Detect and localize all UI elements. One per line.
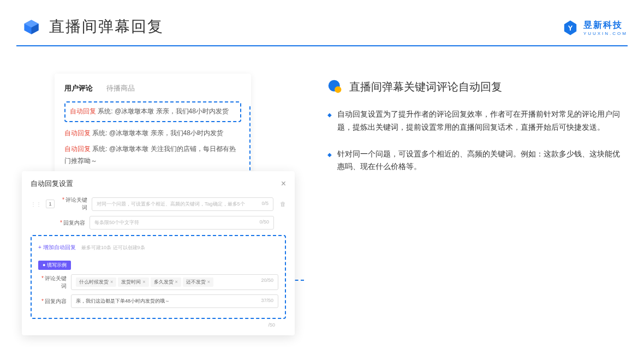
keyword-tag[interactable]: 多久发货 <box>151 277 181 287</box>
comment-panel: 用户评论 待播商品 自动回复 系统: @冰墩墩本墩 亲亲，我们48小时内发货 自… <box>55 74 251 177</box>
comment-text: 系统: @冰墩墩本墩 亲亲，我们48小时内发货 <box>96 107 229 115</box>
bullet-2: ◆ 针对同一个问题，可设置多个相近的、高频的关键词。例如：这款多少钱、这块能优惠… <box>327 148 622 174</box>
close-icon[interactable]: × <box>281 179 286 189</box>
keyword-label: *评论关键词 <box>59 196 87 212</box>
diamond-icon: ◆ <box>327 150 332 174</box>
ex-content-input[interactable]: 亲，我们这边都是下单48小时内发货的哦～ 37/50 <box>71 294 278 308</box>
auto-reply-tag: 自动回复 <box>64 129 91 137</box>
tab-user-comments[interactable]: 用户评论 <box>64 83 93 93</box>
bullet-1: ◆ 自动回复设置为了提升作者的评论回复效率，作者可在开播前针对常见的评论用户问题… <box>327 108 622 134</box>
delete-icon[interactable]: 🗑 <box>280 201 286 207</box>
bottom-counter: /50 <box>31 322 286 328</box>
content-input[interactable]: 每条限50个中文字符 0/50 <box>90 216 274 230</box>
add-auto-reply-link[interactable]: + 增加自动回复 <box>38 244 76 251</box>
example-badge: ● 填写示例 <box>38 261 71 270</box>
svg-point-5 <box>335 86 341 93</box>
keyword-tag[interactable]: 发货时间 <box>118 277 148 287</box>
diamond-icon: ◆ <box>327 110 332 134</box>
auto-reply-tag: 自动回复 <box>70 107 96 115</box>
ex-keyword-label: *评论关键词 <box>38 275 67 290</box>
auto-reply-tag: 自动回复 <box>64 145 91 153</box>
brand-logo: Y 昱新科技 YUUXIN.COM <box>562 19 628 37</box>
ex-content-label: *回复内容 <box>38 298 67 305</box>
cube-icon <box>22 17 41 37</box>
svg-text:Y: Y <box>568 24 573 32</box>
page-title: 直播间弹幕回复 <box>49 16 164 37</box>
tab-pending-products[interactable]: 待播商品 <box>106 83 135 93</box>
auto-reply-settings-panel: 自动回复设置 × ⋮⋮ 1 *评论关键词 对同一个问题，可设置多个相近、高频的关… <box>22 171 295 335</box>
comment-text: 系统: @冰墩墩本墩 关注我们的店铺，每日都有热门推荐呦～ <box>64 145 236 165</box>
brand-icon: Y <box>562 19 579 37</box>
settings-title: 自动回复设置 <box>31 179 73 189</box>
keyword-tag[interactable]: 什么时候发货 <box>76 277 116 287</box>
keyword-tag[interactable]: 还不发货 <box>183 277 213 287</box>
add-hint: 最多可建10条 还可以创建9条 <box>81 245 145 250</box>
ex-keyword-input[interactable]: 什么时候发货发货时间多久发货还不发货 20/50 <box>71 274 278 290</box>
chat-bubble-icon <box>327 79 343 94</box>
comment-text: 系统: @冰墩墩本墩 亲亲，我们48小时内发货 <box>91 129 223 137</box>
keyword-input[interactable]: 对同一个问题，可设置多个相近、高频的关键词，Tag确定，最多5个 0/5 <box>92 197 273 211</box>
example-section: + 增加自动回复 最多可建10条 还可以创建9条 ● 填写示例 *评论关键词 什… <box>31 235 286 319</box>
highlighted-comment: 自动回复 系统: @冰墩墩本墩 亲亲，我们48小时内发货 <box>64 101 241 122</box>
content-label: *回复内容 <box>57 219 85 227</box>
brand-name-cn: 昱新科技 <box>583 20 628 31</box>
brand-name-en: YUUXIN.COM <box>583 31 628 36</box>
drag-handle-icon[interactable]: ⋮⋮ <box>31 201 41 207</box>
row-number: 1 <box>46 200 55 208</box>
section-title: 直播间弹幕关键词评论自动回复 <box>349 80 502 94</box>
